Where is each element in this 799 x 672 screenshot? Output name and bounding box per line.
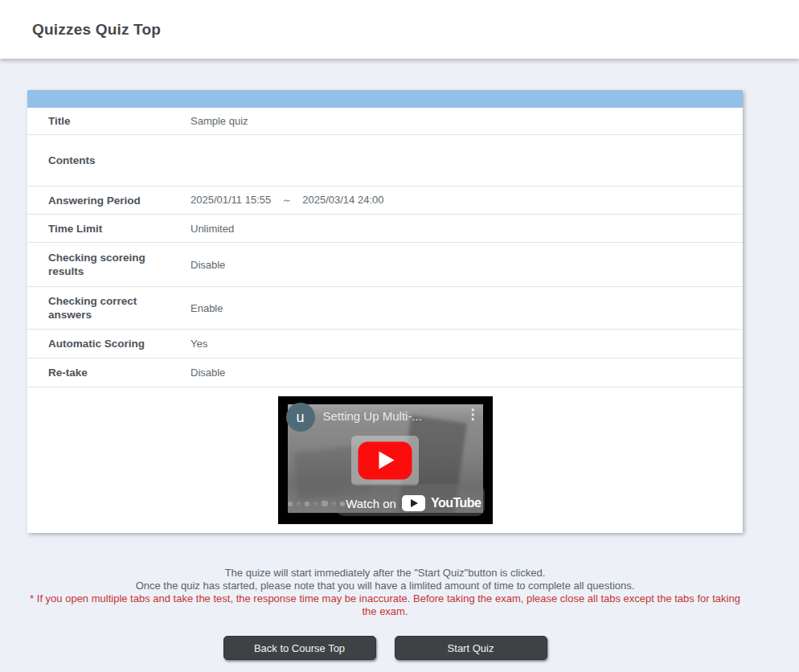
row-label: Checking scoreing results (48, 251, 169, 278)
kebab-menu-icon[interactable]: ⋮ (466, 408, 480, 422)
start-quiz-button[interactable]: Start Quiz (395, 636, 547, 660)
row-value: Unlimited (191, 223, 234, 235)
app-header: Quizzes Quiz Top (0, 0, 799, 59)
row-value: Sample quiz (191, 115, 248, 127)
table-row-checking-correct-answers: Checking correct answers Enable (27, 287, 743, 330)
row-label: Answering Period (48, 194, 169, 207)
table-row-answering-period: Answering Period 2025/01/11 15:55 ～ 2025… (27, 186, 743, 215)
quiz-info-card: Title Sample quiz Contents Answering Per… (27, 90, 743, 533)
table-row-contents: Contents (27, 135, 743, 186)
quiz-info-table: Title Sample quiz Contents Answering Per… (27, 108, 743, 533)
row-label: Automatic Scoring (48, 337, 169, 350)
row-value: 2025/01/11 15:55 ～ 2025/03/14 24:00 (191, 193, 383, 207)
watch-on-label: Watch on (346, 497, 396, 510)
main-content: Title Sample quiz Contents Answering Per… (27, 90, 743, 660)
row-label: Title (48, 114, 169, 128)
table-row-retake: Re-take Disable (27, 359, 743, 387)
row-label: Checking correct answers (48, 294, 169, 322)
row-value: Disable (191, 367, 225, 379)
youtube-embed[interactable]: u Setting Up Multi-... ⋮ Watch on (278, 396, 493, 524)
channel-avatar[interactable]: u (286, 403, 315, 432)
note-warning: * If you open multiple tabs and take the… (27, 592, 743, 618)
action-buttons: Back to Course Top Start Quiz (27, 636, 743, 660)
video-title[interactable]: Setting Up Multi-... (323, 409, 448, 423)
row-value: Yes (191, 338, 207, 350)
card-accent-bar (27, 90, 743, 108)
video-row: u Setting Up Multi-... ⋮ Watch on (27, 387, 743, 533)
page-title: Quizzes Quiz Top (32, 21, 161, 39)
note-line-2: Once the quiz has started, please note t… (27, 580, 743, 592)
row-label: Re-take (48, 366, 169, 379)
play-button[interactable] (359, 441, 412, 479)
back-to-course-top-button[interactable]: Back to Course Top (223, 636, 376, 660)
note-line-1: The quize will start immediately after t… (27, 567, 743, 580)
play-icon (379, 452, 395, 469)
table-row-title: Title Sample quiz (27, 108, 743, 135)
youtube-play-icon (402, 495, 425, 511)
youtube-wordmark: YouTube (431, 496, 481, 510)
quiz-notes: The quize will start immediately after t… (27, 567, 743, 618)
row-label: Contents (48, 154, 169, 167)
table-row-checking-scoring-results: Checking scoreing results Disable (27, 243, 743, 287)
watch-on-youtube-link[interactable]: Watch on YouTube (278, 495, 481, 511)
row-label: Time Limit (48, 222, 169, 236)
row-value: Disable (191, 259, 225, 271)
table-row-automatic-scoring: Automatic Scoring Yes (27, 330, 743, 359)
table-row-time-limit: Time Limit Unlimited (27, 215, 743, 243)
row-value: Enable (191, 302, 223, 314)
